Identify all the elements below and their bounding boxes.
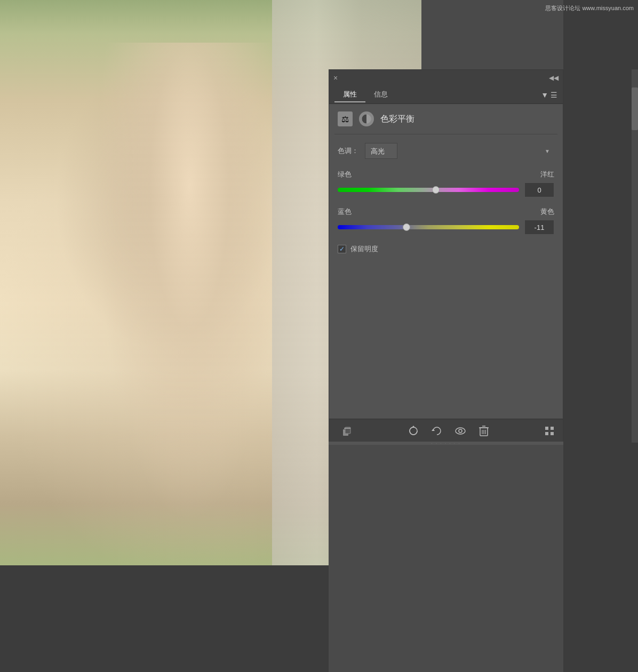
clip-mask-button[interactable] <box>340 423 356 439</box>
blue-yellow-thumb[interactable] <box>403 223 410 231</box>
preserve-luminosity-label: 保留明度 <box>350 244 378 254</box>
more-options-button[interactable] <box>541 423 557 439</box>
panel-content: 色调： 阴影 中间调 高光 绿色 洋红 <box>329 134 563 419</box>
preserve-luminosity-row: ✓ 保留明度 <box>338 244 554 254</box>
slider-input-row-1 <box>338 182 554 197</box>
yellow-label: 黄色 <box>540 207 554 217</box>
toolbar-area <box>329 423 563 439</box>
svg-rect-15 <box>551 427 554 430</box>
green-magenta-thumb[interactable] <box>432 186 440 194</box>
svg-point-6 <box>456 428 465 434</box>
menu-icon: ☰ <box>551 91 557 99</box>
dropdown-arrow: ▼ <box>541 91 548 99</box>
adjustment-icon: ⚖ <box>338 111 353 126</box>
tone-select-wrapper: 阴影 中间调 高光 <box>365 143 554 159</box>
svg-rect-16 <box>545 432 548 435</box>
blue-label: 蓝色 <box>338 207 352 217</box>
visibility-button[interactable] <box>452 423 468 439</box>
tone-label: 色调： <box>338 146 358 156</box>
preserve-luminosity-checkbox[interactable]: ✓ <box>338 245 346 253</box>
color-balance-panel: × ◀◀ 属性 信息 ▼ ☰ ⚖ 色彩平衡 色调： 阴影 <box>329 69 563 443</box>
panel-title: 色彩平衡 <box>380 114 414 125</box>
svg-rect-17 <box>551 432 554 435</box>
green-label: 绿色 <box>338 170 352 179</box>
layer-icon <box>359 111 374 126</box>
blue-yellow-value[interactable] <box>524 220 554 235</box>
slider-labels-2: 蓝色 黄色 <box>338 207 554 217</box>
green-magenta-track <box>338 188 519 192</box>
collapse-button[interactable]: ◀◀ <box>549 74 559 82</box>
panel-menu[interactable]: ▼ ☰ <box>541 91 557 99</box>
tone-row: 色调： 阴影 中间调 高光 <box>338 143 554 159</box>
panel-toolbar <box>329 419 563 442</box>
green-magenta-track-wrapper[interactable] <box>338 185 519 195</box>
green-magenta-value[interactable] <box>524 182 554 197</box>
reset-button[interactable] <box>429 423 445 439</box>
center-toolbar-buttons <box>405 423 492 439</box>
watermark: 思客设计论坛 www.missyuan.com <box>545 4 634 12</box>
right-sidebar <box>563 0 638 672</box>
bottom-panel-area <box>329 445 563 672</box>
svg-marker-4 <box>412 426 415 428</box>
blue-yellow-track <box>338 225 519 229</box>
checkmark-icon: ✓ <box>339 245 345 253</box>
svg-point-7 <box>459 429 462 433</box>
magenta-label: 洋红 <box>540 170 554 179</box>
panel-scrollbar[interactable] <box>632 69 638 443</box>
tab-properties[interactable]: 属性 <box>334 87 365 102</box>
panel-header: ⚖ 色彩平衡 <box>329 104 563 134</box>
tab-info[interactable]: 信息 <box>365 87 396 102</box>
close-button[interactable]: × <box>333 74 338 82</box>
tone-select[interactable]: 阴影 中间调 高光 <box>365 143 397 159</box>
scrollbar-thumb[interactable] <box>632 87 638 130</box>
panel-titlebar: × ◀◀ <box>329 70 563 86</box>
slider-labels-1: 绿色 洋红 <box>338 170 554 179</box>
delete-button[interactable] <box>476 423 492 439</box>
slider-input-row-2 <box>338 220 554 235</box>
panel-tabs: 属性 信息 ▼ ☰ <box>329 86 563 104</box>
person-area <box>96 43 283 523</box>
green-magenta-slider-row: 绿色 洋红 <box>338 170 554 197</box>
blue-yellow-slider-row: 蓝色 黄色 <box>338 207 554 235</box>
cycle-previous-button[interactable] <box>405 423 421 439</box>
svg-marker-5 <box>432 429 435 431</box>
svg-rect-14 <box>545 427 548 430</box>
blue-yellow-track-wrapper[interactable] <box>338 222 519 232</box>
